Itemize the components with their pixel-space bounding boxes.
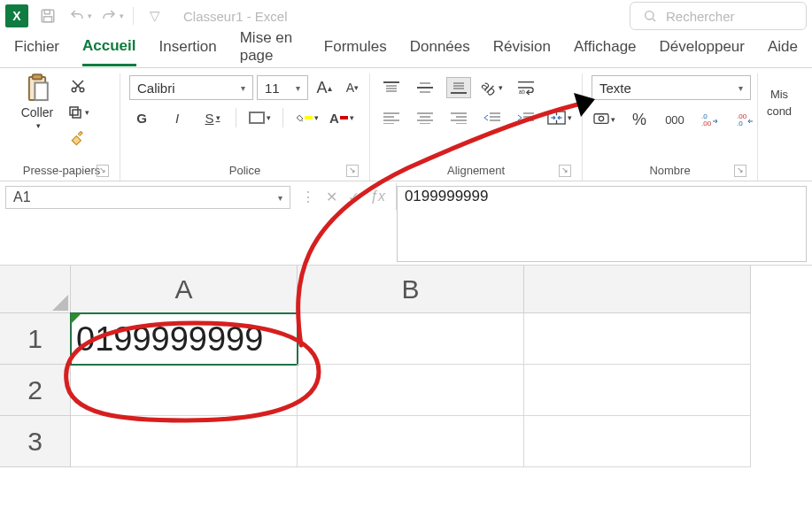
chevron-down-icon[interactable]: ▾ <box>236 83 245 93</box>
font-color-button[interactable]: A ▾ <box>329 107 354 128</box>
font-name-combo[interactable]: Calibri ▾ <box>129 75 253 100</box>
cell-c1[interactable] <box>524 313 751 365</box>
dialog-launcher-icon[interactable]: ↘ <box>346 165 359 177</box>
col-header-a[interactable]: A <box>71 266 298 313</box>
borders-button[interactable]: ▾ <box>247 107 272 128</box>
italic-button[interactable]: I <box>165 107 189 128</box>
undo-button[interactable]: ▾ <box>67 4 92 28</box>
tab-fichier[interactable]: Fichier <box>14 35 59 65</box>
row-header-2[interactable]: 2 <box>0 365 71 416</box>
wrap-text-icon: ab <box>516 80 536 96</box>
font-size-combo[interactable]: 11 ▾ <box>257 75 308 100</box>
chevron-down-icon[interactable]: ▾ <box>278 193 282 203</box>
tab-formules[interactable]: Formules <box>324 35 387 65</box>
select-all-corner[interactable] <box>0 266 71 313</box>
cell-a2[interactable] <box>71 365 298 416</box>
cell-b1[interactable] <box>298 313 524 365</box>
wrap-text-button[interactable]: ab <box>514 77 538 98</box>
chevron-down-icon[interactable]: ▾ <box>36 121 41 130</box>
orientation-button[interactable]: ab▾ <box>480 77 505 98</box>
increase-decimal-button[interactable]: .0.00 <box>698 109 723 130</box>
enter-formula-button[interactable]: ✓ <box>348 189 360 205</box>
formula-bar-buttons: ⋮ ✕ ✓ ƒx <box>290 183 397 210</box>
formula-split-icon[interactable]: ⋮ <box>301 189 315 205</box>
fx-button[interactable]: ƒx <box>370 189 385 204</box>
copy-button[interactable]: ▾ <box>66 102 90 123</box>
decrease-indent-button[interactable] <box>480 107 505 128</box>
formula-input[interactable]: 0199999999 <box>397 186 807 262</box>
row-header-3[interactable]: 3 <box>0 416 71 467</box>
cell-a1[interactable]: 0199999999 <box>71 313 298 365</box>
decrease-font-button[interactable]: A▾ <box>340 77 365 98</box>
document-title: Classeur1 - Excel <box>183 9 288 24</box>
chevron-down-icon[interactable]: ▾ <box>88 12 92 20</box>
align-bottom-button[interactable] <box>446 77 471 98</box>
name-box[interactable]: A1 ▾ <box>5 186 290 209</box>
svg-rect-6 <box>33 74 42 79</box>
chevron-down-icon: ▾ <box>350 113 354 122</box>
cell-c2[interactable] <box>524 365 751 416</box>
align-center-button[interactable] <box>413 107 437 128</box>
formula-bar: A1 ▾ ⋮ ✕ ✓ ƒx 0199999999 <box>0 181 812 266</box>
paste-button[interactable]: Coller ▾ <box>12 73 62 130</box>
col-header-c[interactable] <box>524 266 751 313</box>
group-font: Calibri ▾ 11 ▾ A▴ A▾ G I S▾ ▾ <box>120 73 370 181</box>
fill-color-button[interactable]: ▾ <box>294 107 319 128</box>
formula-value: 0199999999 <box>405 188 489 204</box>
number-format-combo[interactable]: Texte ▾ <box>592 75 751 100</box>
search-icon <box>643 9 657 23</box>
tab-affichage[interactable]: Affichage <box>574 35 637 65</box>
decrease-decimal-button[interactable]: .00.0 <box>733 109 758 130</box>
save-icon[interactable] <box>35 4 60 28</box>
align-left-button[interactable] <box>379 107 404 128</box>
align-left-icon <box>383 112 399 124</box>
align-right-icon <box>451 112 467 124</box>
chevron-down-icon[interactable]: ▾ <box>290 83 300 93</box>
increase-font-button[interactable]: A▴ <box>312 77 336 98</box>
tab-accueil[interactable]: Accueil <box>82 34 135 66</box>
bold-button[interactable]: G <box>129 107 154 128</box>
text-format-flag-icon <box>71 313 81 324</box>
search-box[interactable]: Rechercher <box>630 2 807 30</box>
dialog-launcher-icon[interactable]: ↘ <box>97 165 109 177</box>
chevron-down-icon[interactable]: ▾ <box>120 12 124 20</box>
align-top-button[interactable] <box>379 77 404 98</box>
tab-aide[interactable]: Aide <box>768 35 798 65</box>
tab-developpeur[interactable]: Développeur <box>660 35 745 65</box>
ribbon-tabs: Fichier Accueil Insertion Mise en page F… <box>0 32 812 68</box>
border-icon <box>249 112 265 124</box>
cut-button[interactable] <box>66 75 90 96</box>
accounting-format-button[interactable]: ▾ <box>592 109 616 130</box>
underline-button[interactable]: S▾ <box>200 107 225 128</box>
cell-b3[interactable] <box>298 416 524 467</box>
spreadsheet-grid[interactable]: A B 1 0199999999 2 3 <box>0 266 812 467</box>
cell-b2[interactable] <box>298 365 524 416</box>
align-middle-button[interactable] <box>413 77 437 98</box>
percent-format-button[interactable]: % <box>627 109 652 130</box>
svg-rect-48 <box>594 114 608 124</box>
cond-format-partial-label2: cond <box>767 104 792 118</box>
tab-insertion[interactable]: Insertion <box>159 35 217 65</box>
dialog-launcher-icon[interactable]: ↘ <box>559 165 571 177</box>
format-painter-button[interactable] <box>66 128 90 150</box>
group-styles-partial: Mis cond <box>758 73 800 181</box>
cancel-formula-button[interactable]: ✕ <box>326 189 337 205</box>
group-label-clipboard: Presse-papiers <box>23 164 100 177</box>
comma-format-button[interactable]: 000 <box>662 109 687 130</box>
col-header-b[interactable]: B <box>298 266 524 313</box>
cell-c3[interactable] <box>524 416 751 467</box>
tab-donnees[interactable]: Données <box>410 35 470 65</box>
increase-indent-button[interactable] <box>514 107 538 128</box>
dialog-launcher-icon[interactable]: ↘ <box>734 165 746 177</box>
tab-mise-en-page[interactable]: Mise en page <box>240 26 301 73</box>
cell-a3[interactable] <box>71 416 298 467</box>
merge-center-button[interactable]: ▾ <box>547 107 572 128</box>
redo-button[interactable]: ▾ <box>99 4 124 28</box>
tab-revision[interactable]: Révision <box>493 35 551 65</box>
chevron-down-icon[interactable]: ▾ <box>85 108 89 117</box>
chevron-down-icon[interactable]: ▾ <box>733 83 743 93</box>
qat-customize-icon[interactable]: ▽ <box>143 4 167 28</box>
align-right-button[interactable] <box>446 107 471 128</box>
svg-point-49 <box>599 116 603 120</box>
row-header-1[interactable]: 1 <box>0 313 71 365</box>
